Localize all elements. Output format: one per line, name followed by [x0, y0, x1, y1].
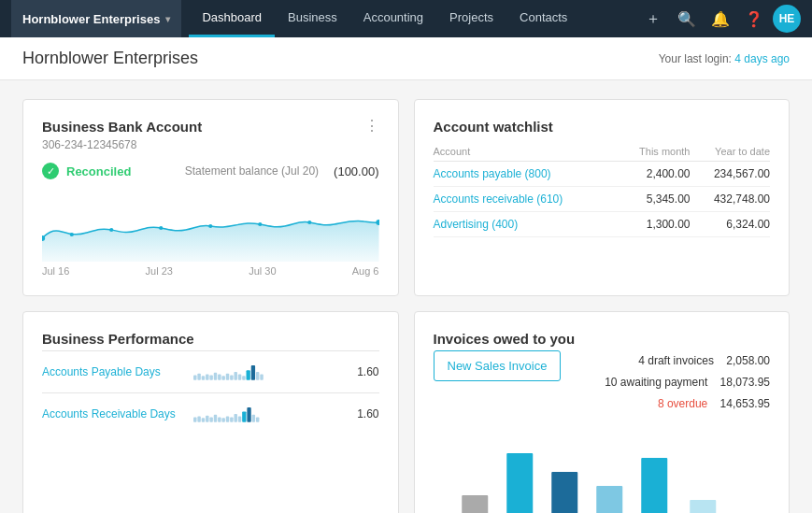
perf-title: Business Performance: [42, 331, 379, 347]
watchlist-row: Accounts receivable (610) 5,345.00 432,7…: [434, 187, 771, 212]
svg-rect-42: [506, 453, 533, 513]
reconciled-label: Reconciled: [66, 164, 131, 178]
bank-chart: [42, 187, 379, 262]
bank-card-menu[interactable]: ⋮: [364, 117, 379, 135]
watchlist-ytd-0: 234,567.00: [690, 162, 770, 187]
user-avatar[interactable]: HE: [773, 5, 801, 33]
svg-rect-27: [202, 418, 205, 421]
perf-label-1[interactable]: Accounts Payable Days: [42, 365, 182, 378]
brand-menu[interactable]: Hornblower Enterprises ▾: [11, 0, 181, 37]
svg-rect-23: [256, 372, 259, 380]
last-login: Your last login: 4 days ago: [659, 52, 790, 65]
overdue-label: 8 overdue: [658, 397, 707, 410]
svg-rect-25: [193, 417, 196, 421]
chart-label-1: Jul 16: [42, 265, 69, 277]
svg-point-6: [307, 221, 311, 224]
svg-rect-40: [256, 417, 259, 421]
nav-business[interactable]: Business: [275, 0, 350, 37]
svg-rect-26: [197, 417, 200, 422]
watchlist-this-month-0: 2,400.00: [618, 162, 690, 187]
chart-label-4: Aug 6: [352, 265, 379, 277]
svg-point-4: [208, 224, 212, 228]
chart-label-2: Jul 23: [146, 265, 173, 277]
perf-value-2: 1.60: [351, 407, 379, 420]
svg-rect-24: [260, 375, 263, 380]
watchlist-ytd-1: 432,748.00: [690, 187, 770, 212]
awaiting-payment-row: 10 awaiting payment 18,073.95: [605, 372, 770, 393]
svg-rect-19: [238, 375, 241, 380]
perf-label-2[interactable]: Accounts Receivable Days: [42, 407, 182, 420]
svg-rect-13: [214, 373, 217, 380]
bank-account-card: ⋮ Business Bank Account 306-234-12345678…: [22, 99, 399, 296]
nav-dashboard[interactable]: Dashboard: [189, 0, 275, 37]
add-icon[interactable]: ＋: [638, 4, 668, 34]
svg-rect-44: [596, 486, 622, 513]
bank-card-title: Business Bank Account: [42, 119, 379, 135]
chart-label-3: Jul 30: [249, 265, 276, 277]
watchlist-this-month-1: 5,345.00: [618, 187, 690, 212]
svg-rect-15: [221, 376, 224, 379]
watchlist-col-ytd: Year to date: [690, 142, 770, 162]
svg-point-1: [70, 233, 74, 236]
watchlist-col-this-month: This month: [618, 142, 690, 162]
overdue-row: 8 overdue 14,653.95: [605, 393, 770, 415]
svg-rect-8: [193, 375, 196, 379]
statement-amount: (100.00): [334, 164, 378, 178]
perf-value-1: 1.60: [351, 365, 379, 378]
help-icon[interactable]: ❓: [739, 4, 769, 34]
svg-rect-14: [218, 375, 221, 380]
chart-labels: Jul 16 Jul 23 Jul 30 Aug 6: [42, 265, 379, 277]
nav-projects[interactable]: Projects: [436, 0, 506, 37]
svg-rect-11: [206, 375, 208, 380]
watchlist-title: Account watchlist: [434, 119, 771, 135]
perf-bar-1: [193, 363, 340, 381]
last-login-link[interactable]: 4 days ago: [734, 52, 790, 65]
svg-rect-10: [202, 376, 205, 379]
perf-bar-2: [193, 405, 340, 423]
watchlist-account-1[interactable]: Accounts receivable (610): [434, 187, 619, 212]
bell-icon[interactable]: 🔔: [705, 4, 735, 34]
watchlist-this-month-2: 1,300.00: [618, 212, 690, 237]
invoices-top: New Sales Invoice 4 draft invoices 2,058…: [434, 350, 771, 414]
invoices-bar-chart: [434, 425, 771, 513]
invoice-stats: 4 draft invoices 2,058.00 10 awaiting pa…: [605, 350, 770, 414]
invoices-title: Invoices owed to you: [434, 331, 771, 347]
perf-row-1: Accounts Payable Days: [42, 350, 379, 392]
svg-rect-36: [238, 417, 241, 422]
svg-rect-35: [234, 414, 236, 422]
svg-rect-16: [226, 374, 229, 380]
svg-rect-33: [226, 417, 229, 422]
nav-links: Dashboard Business Accounting Projects C…: [189, 0, 638, 37]
svg-rect-31: [218, 417, 221, 421]
business-performance-card: Business Performance Accounts Payable Da…: [22, 311, 399, 513]
svg-rect-39: [252, 415, 255, 422]
svg-point-5: [258, 222, 262, 226]
svg-rect-37: [242, 411, 246, 421]
watchlist-account-0[interactable]: Accounts payable (800): [434, 162, 619, 187]
main-content: ⋮ Business Bank Account 306-234-12345678…: [0, 80, 812, 513]
watchlist-account-2[interactable]: Advertising (400): [434, 212, 619, 237]
svg-point-3: [159, 226, 163, 230]
svg-rect-28: [206, 416, 208, 422]
page-header: Hornblower Enterprises Your last login: …: [0, 37, 812, 80]
statement-label: Statement balance (Jul 20): [185, 164, 319, 178]
svg-rect-43: [551, 472, 577, 513]
perf-row-2: Accounts Receivable Days: [42, 392, 379, 435]
page-title: Hornblower Enterprises: [22, 49, 198, 68]
brand-chevron: ▾: [165, 14, 170, 24]
nav-accounting[interactable]: Accounting: [350, 0, 436, 37]
search-icon[interactable]: 🔍: [672, 4, 702, 34]
reconciled-row: ✓ Reconciled Statement balance (Jul 20) …: [42, 163, 379, 179]
top-navigation: Hornblower Enterprises ▾ Dashboard Busin…: [0, 0, 812, 37]
svg-rect-29: [209, 417, 212, 421]
new-sales-invoice-button[interactable]: New Sales Invoice: [434, 350, 562, 381]
watchlist-ytd-2: 6,324.00: [690, 212, 770, 237]
watchlist-table: Account This month Year to date Accounts…: [434, 142, 771, 237]
svg-rect-34: [230, 417, 233, 421]
svg-rect-22: [251, 365, 255, 380]
nav-contacts[interactable]: Contacts: [506, 0, 580, 37]
svg-rect-41: [462, 495, 488, 513]
svg-rect-18: [234, 372, 236, 380]
watchlist-row: Advertising (400) 1,300.00 6,324.00: [434, 212, 771, 237]
invoices-owed-card: Invoices owed to you New Sales Invoice 4…: [414, 311, 791, 513]
